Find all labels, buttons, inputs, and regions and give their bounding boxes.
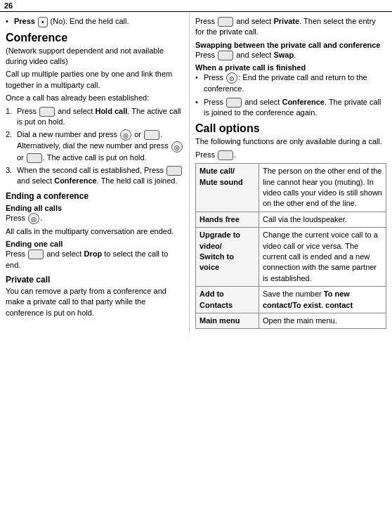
drop-call-btn bbox=[28, 249, 44, 259]
end-all-calls-btn: ◎ bbox=[28, 213, 39, 224]
end-private-call-btn: ⊙ bbox=[226, 72, 237, 84]
hold-call-button bbox=[39, 107, 55, 117]
call-options-table: Mute call/Mute sound The person on the o… bbox=[195, 163, 386, 329]
ending-one-call-press: Press and select Drop to select the call… bbox=[6, 249, 183, 271]
add-to-contacts-desc: Save the number To new contact/To exist.… bbox=[259, 287, 386, 313]
bullet-dot: • bbox=[6, 16, 13, 27]
conference-intro2: Once a call has already been established… bbox=[6, 93, 183, 103]
swap-btn bbox=[218, 51, 233, 60]
bullet-dot-1: • bbox=[195, 72, 202, 94]
table-row: Main menu Open the main menu. bbox=[196, 313, 386, 328]
step-1: 1. Press and select Hold call. The activ… bbox=[6, 106, 183, 128]
step-1-text: Press and select Hold call. The active c… bbox=[17, 106, 183, 128]
conference-intro: Call up multiple parties one by one and … bbox=[6, 69, 183, 91]
ending-conference-title: Ending a conference bbox=[6, 191, 183, 201]
private-finished-bullet1: • Press ⊙: End the private call and retu… bbox=[195, 72, 386, 94]
nav-center-btn-2: ◎ bbox=[171, 141, 183, 153]
private-finished-bullet2-text: Press and select Conference. The private… bbox=[204, 97, 386, 119]
ending-all-calls-press: Press ◎. bbox=[6, 213, 183, 224]
private-select-btn bbox=[218, 17, 233, 27]
mute-call-desc: The person on the other end of the line … bbox=[259, 164, 386, 212]
when-private-finished-title: When a private call is finished bbox=[195, 63, 386, 72]
call-options-press: Press . bbox=[195, 150, 386, 160]
table-row: Hands free Call via the loudspeaker. bbox=[196, 212, 386, 227]
table-row: Add to Contacts Save the number To new c… bbox=[196, 287, 386, 313]
ending-all-calls-subtitle: Ending all calls bbox=[6, 204, 183, 212]
step-3-text: When the second call is established, Pre… bbox=[17, 165, 183, 187]
call-options-menu-btn bbox=[218, 150, 233, 160]
call-options-title: Call options bbox=[195, 122, 386, 135]
private-finished-bullet2: • Press and select Conference. The priva… bbox=[195, 97, 386, 119]
step-1-num: 1. bbox=[6, 106, 15, 128]
step-3-num: 3. bbox=[6, 165, 15, 187]
step-2: 2. Dial a new number and press ◎ or . Al… bbox=[6, 129, 183, 163]
upgrade-video-desc: Change the current voice call to a video… bbox=[259, 228, 386, 287]
page-content: • Press • (No): End the held call. Confe… bbox=[0, 12, 392, 333]
nav-center-btn: ◎ bbox=[120, 129, 131, 141]
ending-one-call-subtitle: Ending one call bbox=[6, 240, 183, 248]
no-button-label: (No): End the held call. bbox=[51, 17, 129, 25]
call-options-intro: The following functions are only availab… bbox=[195, 136, 386, 147]
table-row: Mute call/Mute sound The person on the o… bbox=[196, 164, 386, 212]
no-button: • bbox=[38, 17, 48, 27]
step-3: 3. When the second call is established, … bbox=[6, 165, 183, 187]
call-btn-1 bbox=[144, 130, 159, 140]
page-number: 26 bbox=[0, 0, 392, 12]
bullet-no-end-call: • Press • (No): End the held call. bbox=[6, 16, 183, 27]
press-label: Press bbox=[14, 17, 37, 25]
table-row: Upgrade to video/Switch to voice Change … bbox=[196, 228, 386, 287]
no-end-call-text: Press • (No): End the held call. bbox=[14, 16, 129, 27]
swapping-title: Swapping between the private call and co… bbox=[195, 41, 386, 49]
main-menu-label: Main menu bbox=[196, 313, 259, 328]
left-column: • Press • (No): End the held call. Confe… bbox=[0, 12, 190, 333]
right-column: Press and select Private. Then select th… bbox=[190, 12, 392, 333]
conference-note: (Network support dependent and not avail… bbox=[6, 46, 183, 67]
conference-btn-step3 bbox=[166, 166, 182, 176]
step-2-num: 2. bbox=[6, 129, 15, 163]
private-call-right-text: Press and select Private. Then select th… bbox=[195, 16, 386, 38]
step-2-text: Dial a new number and press ◎ or . Alter… bbox=[17, 129, 183, 163]
main-menu-desc: Open the main menu. bbox=[259, 313, 386, 328]
call-btn-2 bbox=[27, 153, 42, 163]
private-call-title: Private call bbox=[6, 275, 183, 285]
private-finished-bullet1-text: Press ⊙: End the private call and return… bbox=[204, 72, 386, 94]
private-call-desc: You can remove a party from a conference… bbox=[6, 286, 183, 318]
upgrade-video-label: Upgrade to video/Switch to voice bbox=[196, 228, 259, 287]
add-to-contacts-label: Add to Contacts bbox=[196, 287, 259, 313]
mute-call-label: Mute call/Mute sound bbox=[196, 164, 259, 212]
hands-free-label: Hands free bbox=[196, 212, 259, 227]
bullet-dot-2: • bbox=[195, 97, 202, 119]
swapping-press: Press and select Swap. bbox=[195, 50, 386, 60]
hands-free-desc: Call via the loudspeaker. bbox=[259, 212, 386, 227]
rejoin-conference-btn bbox=[226, 98, 242, 108]
ending-all-calls-desc: All calls in the multiparty conversation… bbox=[6, 226, 183, 237]
conference-title: Conference bbox=[6, 32, 183, 44]
